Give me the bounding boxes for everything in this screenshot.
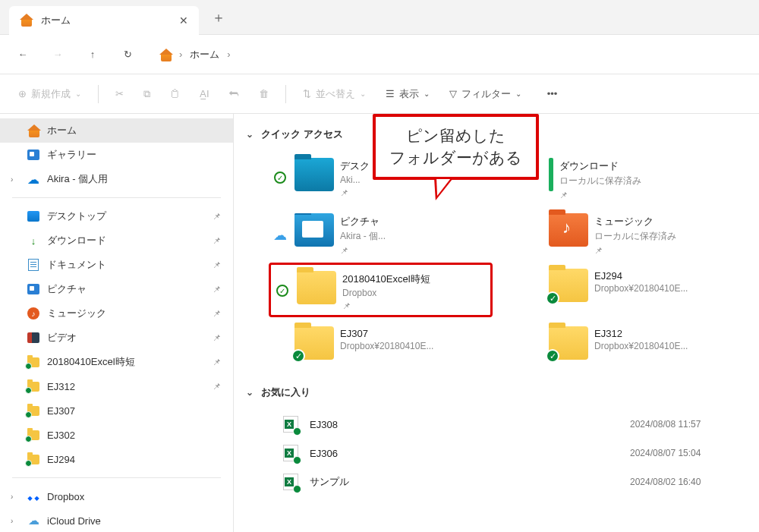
favorite-row[interactable]: EJ308 2024/08/08 11:57 [269, 410, 747, 439]
sidebar-item-folder-ej312[interactable]: EJ312 📌︎ [0, 374, 233, 398]
qa-item-ej312[interactable]: ✓ EJ312 Dropbox¥20180410E... [523, 320, 747, 370]
share-button[interactable]: ⮪ [223, 83, 245, 104]
sidebar-item-label: EJ307 [47, 405, 75, 417]
new-label: 新規作成 [31, 87, 71, 101]
back-button[interactable]: ← [12, 44, 33, 65]
qa-item-downloads[interactable]: ダウンロード ローカルに保存済み 📌︎ [523, 152, 747, 204]
qa-item-excel-pinned[interactable]: ✓ 20180410Excel時短 Dropbox 📌︎ [269, 263, 493, 317]
chevron-down-icon: ⌄ [246, 129, 254, 140]
view-button[interactable]: ☰ 表示 ⌄ [380, 83, 436, 105]
chevron-down-icon: ⌄ [424, 90, 430, 98]
sidebar-item-folder-ej294[interactable]: EJ294 [0, 447, 233, 471]
view-icon: ☰ [386, 88, 395, 99]
tab-bar: ホーム ✕ ＋ [0, 0, 759, 35]
plus-circle-icon: ⊕ [18, 88, 27, 99]
item-name: EJ294 [594, 270, 744, 282]
file-date: 2024/08/07 15:04 [630, 448, 744, 458]
more-button[interactable]: ••• [541, 83, 564, 104]
sidebar-item-gallery[interactable]: ギャラリー [0, 143, 233, 167]
sidebar-item-label: ギャラリー [47, 148, 96, 162]
sidebar-item-icloud[interactable]: › ☁ iCloud Drive [0, 508, 233, 532]
chevron-right-icon: › [11, 175, 13, 184]
new-button[interactable]: ⊕ 新規作成 ⌄ [12, 83, 87, 105]
folder-icon: ✓ [549, 269, 588, 302]
chevron-right-icon: › [227, 49, 230, 60]
home-icon [159, 49, 172, 61]
favorite-row[interactable]: サンプル 2024/08/02 16:40 [269, 467, 747, 496]
toolbar: ⊕ 新規作成 ⌄ ✂ ⧉ 📋︎ A̲I ⮪ 🗑︎ ⇅ 並べ替え ⌄ ☰ 表示 ⌄… [0, 74, 759, 114]
sidebar-item-label: ミュージック [47, 307, 106, 320]
more-icon: ••• [547, 88, 558, 99]
pin-icon: 📌︎ [213, 309, 221, 318]
breadcrumb[interactable]: › ホーム › [159, 48, 231, 61]
sidebar-item-pictures[interactable]: ピクチャ 📌︎ [0, 277, 233, 301]
pin-icon: 📌︎ [340, 188, 490, 197]
folder-icon [27, 406, 39, 416]
chevron-down-icon: ⌄ [75, 90, 81, 98]
folder-icon: ✓ [549, 326, 588, 360]
cut-icon: ✂ [115, 88, 124, 99]
section-favorites-header[interactable]: ⌄ お気に入り [246, 386, 747, 399]
qa-item-music[interactable]: ミュージック ローカルに保存済み 📌︎ [523, 207, 747, 260]
paste-button[interactable]: 📋︎ [164, 83, 186, 104]
main: ホーム ギャラリー › ☁ Akira - 個人用 デスクトップ 📌︎ ↓ ダウ… [0, 114, 759, 532]
new-tab-button[interactable]: ＋ [208, 7, 229, 28]
item-name: 20180410Excel時短 [342, 272, 487, 286]
sidebar-item-folder-excel[interactable]: 20180410Excel時短 📌︎ [0, 350, 233, 374]
sidebar-item-music[interactable]: ♪ ミュージック 📌︎ [0, 301, 233, 326]
sidebar-item-videos[interactable]: ビデオ 📌︎ [0, 326, 233, 350]
forward-button[interactable]: → [47, 44, 68, 65]
gallery-icon [27, 150, 39, 160]
sidebar-item-documents[interactable]: ドキュメント 📌︎ [0, 253, 233, 277]
sidebar-item-label: iCloud Drive [47, 515, 101, 527]
sidebar-item-downloads[interactable]: ↓ ダウンロード 📌︎ [0, 228, 233, 253]
close-tab-icon[interactable]: ✕ [179, 14, 188, 27]
item-name: ピクチャ [340, 215, 490, 228]
folder-icon [27, 382, 39, 392]
sidebar-item-label: ドキュメント [47, 258, 106, 272]
sort-button[interactable]: ⇅ 並べ替え ⌄ [297, 83, 372, 105]
chevron-down-icon: ⌄ [515, 90, 521, 98]
tab-home[interactable]: ホーム ✕ [9, 6, 199, 35]
sync-badge-icon: ✓ [546, 349, 559, 363]
sidebar-item-folder-ej307[interactable]: EJ307 [0, 398, 233, 423]
qa-item-ej307[interactable]: ✓ EJ307 Dropbox¥20180410E... [269, 320, 493, 370]
sidebar-item-folder-ej302[interactable]: EJ302 [0, 423, 233, 447]
rename-button[interactable]: A̲I [194, 83, 216, 104]
item-sub: Akira - 個... [340, 230, 490, 243]
callout-line1: ピン留めした [389, 124, 522, 146]
folder-icon [27, 455, 39, 464]
home-icon [20, 14, 33, 27]
file-name: EJ308 [310, 419, 630, 430]
sort-icon: ⇅ [303, 88, 311, 99]
copy-button[interactable]: ⧉ [137, 83, 156, 105]
item-name: EJ312 [594, 328, 744, 339]
refresh-button[interactable]: ↻ [117, 44, 138, 65]
breadcrumb-home[interactable]: ホーム [190, 48, 219, 61]
onedrive-icon: ☁ [26, 172, 41, 187]
favorite-row[interactable]: EJ306 2024/08/07 15:04 [269, 439, 747, 467]
qa-item-pictures[interactable]: ☁ ピクチャ Akira - 個... 📌︎ [269, 207, 493, 260]
file-name: サンプル [310, 475, 630, 489]
item-sub: ローカルに保存済み [594, 230, 744, 243]
annotation-callout: ピン留めした フォルダーがある [373, 114, 539, 180]
sidebar-item-personal[interactable]: › ☁ Akira - 個人用 [0, 167, 233, 191]
trash-icon: 🗑︎ [259, 88, 269, 99]
folder-icon [27, 357, 39, 367]
sidebar-item-home[interactable]: ホーム [0, 118, 233, 143]
item-name: EJ307 [340, 328, 490, 339]
qa-item-ej294[interactable]: ✓ EJ294 Dropbox¥20180410E... [523, 263, 747, 317]
cut-button[interactable]: ✂ [109, 83, 130, 104]
sidebar-item-label: EJ294 [47, 454, 75, 465]
delete-button[interactable]: 🗑︎ [253, 83, 275, 104]
sidebar-item-desktop[interactable]: デスクトップ 📌︎ [0, 204, 233, 228]
sidebar-item-label: EJ312 [47, 381, 75, 392]
cloud-icon: ☁ [273, 227, 287, 244]
sync-badge-icon: ✓ [546, 291, 559, 305]
chevron-down-icon: ⌄ [360, 90, 366, 98]
item-sub: Dropbox [342, 288, 487, 298]
sidebar-item-dropbox[interactable]: › ⬥⬥ Dropbox [0, 484, 233, 508]
up-button[interactable]: ↑ [82, 44, 103, 65]
pin-icon: 📌︎ [213, 285, 221, 294]
filter-button[interactable]: ▽ フィルター ⌄ [443, 83, 528, 105]
